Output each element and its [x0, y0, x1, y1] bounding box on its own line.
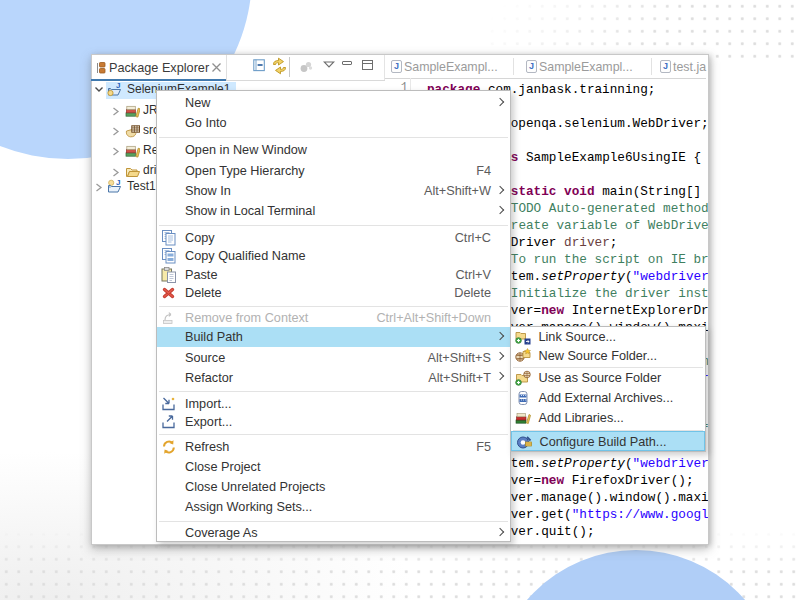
svg-text:J: J	[116, 82, 120, 90]
svg-text:J: J	[116, 179, 120, 187]
